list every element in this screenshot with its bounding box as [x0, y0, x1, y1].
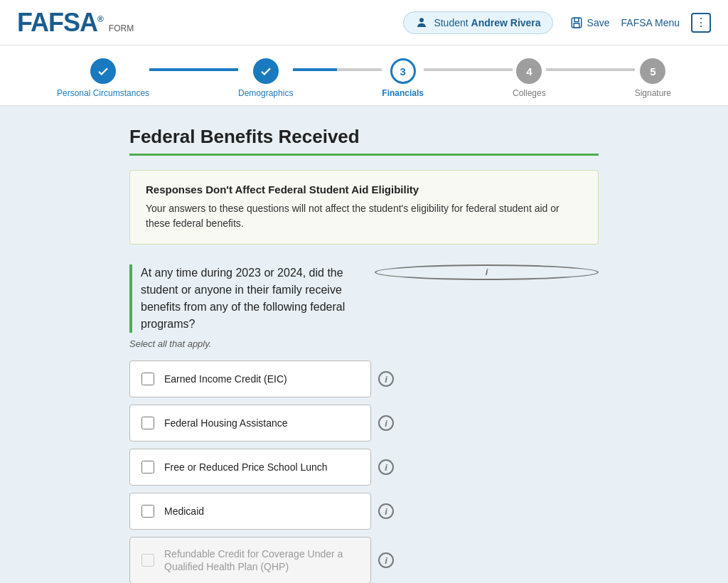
eic-info-icon[interactable]: i — [378, 371, 394, 387]
checkbox-option-medicaid[interactable]: Medicaid — [129, 493, 371, 530]
info-box: Responses Don't Affect Federal Student A… — [129, 170, 599, 245]
checkbox-label-frpsl: Free or Reduced Price School Lunch — [164, 461, 328, 474]
logo-area: FAFSA® FORM — [17, 10, 134, 36]
person-icon — [415, 16, 428, 29]
step-colleges[interactable]: 4 Colleges — [513, 58, 546, 98]
svg-rect-2 — [574, 18, 579, 21]
select-all-text: Select all that apply. — [129, 338, 599, 349]
checkbox-label-eic: Earned Income Credit (EIC) — [164, 373, 287, 385]
form-label: FORM — [109, 23, 134, 33]
checkbox-rcqhp — [141, 554, 154, 567]
step-3-label: Financials — [382, 88, 424, 98]
checkbox-option-rcqhp: Refundable Credit for Coverage Under a Q… — [129, 537, 371, 583]
svg-rect-3 — [574, 23, 579, 27]
checkbox-fha[interactable] — [141, 417, 154, 429]
frpsl-info-icon[interactable]: i — [378, 459, 394, 475]
step-2-circle — [253, 58, 279, 84]
connector-3-4 — [424, 68, 513, 71]
checkbox-frpsl[interactable] — [141, 461, 154, 474]
step-financials[interactable]: 3 Financials — [382, 58, 424, 98]
checkbox-label-fha: Federal Housing Assistance — [164, 417, 288, 429]
page-title: Federal Benefits Received — [129, 126, 599, 148]
checkbox-option-eic[interactable]: Earned Income Credit (EIC) — [129, 360, 371, 397]
fafsa-menu-button[interactable]: FAFSA Menu — [621, 17, 680, 28]
question-block: At any time during 2023 or 2024, did the… — [129, 264, 599, 349]
checkbox-option-fha[interactable]: Federal Housing Assistance — [129, 405, 371, 442]
checkbox-label-rcqhp: Refundable Credit for Coverage Under a Q… — [164, 547, 359, 573]
checkmark-icon — [97, 65, 109, 77]
connector-4-5 — [546, 68, 635, 71]
svg-point-0 — [419, 18, 424, 22]
step-2-label: Demographics — [238, 88, 293, 98]
step-5-circle: 5 — [640, 58, 665, 84]
main-content: Federal Benefits Received Responses Don'… — [58, 106, 670, 583]
student-badge-button[interactable]: Student Andrew Rivera — [403, 11, 552, 34]
step-1-circle — [90, 58, 116, 84]
header-right: Save FAFSA Menu ⋮ — [570, 13, 711, 33]
connector-2-3 — [293, 68, 382, 71]
fafsa-logo: FAFSA® — [17, 10, 103, 36]
step-4-label: Colleges — [513, 88, 546, 98]
step-3-circle: 3 — [390, 58, 416, 84]
progress-steps: Personal Circumstances Demographics 3 Fi… — [57, 58, 671, 98]
fha-info-icon[interactable]: i — [378, 415, 394, 431]
checkbox-option-frpsl[interactable]: Free or Reduced Price School Lunch — [129, 449, 371, 486]
checkmark-icon-2 — [259, 65, 272, 77]
menu-dots-button[interactable]: ⋮ — [691, 13, 711, 33]
checkbox-row-eic: Earned Income Credit (EIC) i — [129, 360, 599, 397]
student-badge-label: Student Andrew Rivera — [434, 17, 540, 28]
step-personal-circumstances[interactable]: Personal Circumstances — [57, 58, 149, 98]
medicaid-info-icon[interactable]: i — [378, 503, 394, 519]
step-4-circle: 4 — [516, 58, 542, 84]
progress-section: Personal Circumstances Demographics 3 Fi… — [0, 46, 728, 106]
checkbox-list: Earned Income Credit (EIC) i Federal Hou… — [129, 360, 599, 583]
header: FAFSA® FORM Student Andrew Rivera Save F… — [0, 0, 728, 46]
checkbox-medicaid[interactable] — [141, 505, 154, 518]
save-button[interactable]: Save — [570, 16, 610, 29]
info-box-title: Responses Don't Affect Federal Student A… — [146, 183, 582, 196]
info-box-text: Your answers to these questions will not… — [146, 201, 582, 231]
checkbox-eic[interactable] — [141, 373, 154, 385]
checkbox-row-frpsl: Free or Reduced Price School Lunch i — [129, 449, 599, 486]
checkbox-row-medicaid: Medicaid i — [129, 493, 599, 530]
question-text: At any time during 2023 or 2024, did the… — [129, 264, 599, 333]
question-info-icon[interactable]: i — [375, 264, 599, 280]
rcqhp-info-icon[interactable]: i — [378, 552, 394, 568]
step-demographics[interactable]: Demographics — [238, 58, 293, 98]
checkbox-row-fha: Federal Housing Assistance i — [129, 405, 599, 442]
checkbox-row-rcqhp: Refundable Credit for Coverage Under a Q… — [129, 537, 599, 583]
save-icon — [570, 16, 583, 29]
connector-1-2 — [149, 68, 238, 71]
page-title-underline — [129, 154, 599, 156]
step-1-label: Personal Circumstances — [57, 88, 149, 98]
checkbox-label-medicaid: Medicaid — [164, 505, 204, 518]
step-5-label: Signature — [635, 88, 671, 98]
step-signature[interactable]: 5 Signature — [635, 58, 671, 98]
